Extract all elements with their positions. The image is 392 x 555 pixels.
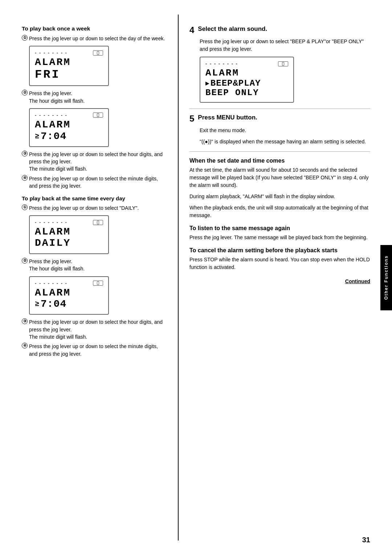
- step5-text2: "((●))" is displayed when the message ha…: [200, 138, 370, 146]
- lcd-beep-play: ▶BEEP&PLAY: [205, 78, 288, 88]
- lcd-dashes: - - - - - - - -: [205, 61, 238, 66]
- lcd-alarm-text: ALARM: [35, 57, 103, 68]
- lcd-top-row: - - - - - - - -: [35, 220, 103, 225]
- section-once-a-week: To play back once a week ① Press the jog…: [22, 25, 167, 189]
- listen-heading: To listen to the same message again: [189, 225, 370, 232]
- lcd-signal-icon: [93, 281, 103, 286]
- side-tab-label: Other Functions: [384, 255, 389, 300]
- lcd-beep-only: BEEP ONLY: [205, 88, 288, 98]
- step-text-2: Press the jog lever. The hour digits wil…: [29, 90, 167, 105]
- step5-heading: Press MENU button.: [198, 114, 257, 121]
- list-item: ② Press the jog lever. The hour digits w…: [22, 90, 167, 105]
- section-every-day: To play back at the same time every day …: [22, 195, 167, 358]
- lcd-fri-text: FRI: [35, 68, 103, 81]
- step5-text1: Exit the menu mode.: [200, 127, 370, 134]
- right-column: 4 Select the alarm sound. Press the jog …: [178, 15, 392, 540]
- divider: [189, 109, 370, 109]
- list-item: ① Press the jog lever up or down to sele…: [22, 204, 167, 212]
- when-para3: When the playback ends, the unit will st…: [189, 204, 370, 219]
- list-item: ④ Press the jog lever up or down to sele…: [22, 175, 167, 190]
- lcd-alarm-beep: ALARM: [205, 68, 288, 78]
- step-text-2b: Press the jog lever. The hour digits wil…: [29, 258, 167, 273]
- step-num-3: ③: [22, 151, 28, 156]
- cancel-section: To cancel the alarm setting before the p…: [189, 247, 370, 271]
- lcd-signal-icon: [93, 113, 103, 118]
- step-text-4b: Press the jog lever up or down to select…: [29, 343, 167, 358]
- step-text-3b: Press the jog lever up or down to select…: [29, 318, 167, 340]
- lcd-dashes: - - - - - - - -: [35, 281, 68, 286]
- list-item: ① Press the jog lever up or down to sele…: [22, 35, 167, 42]
- lcd-top-row: - - - - - - - -: [205, 61, 288, 66]
- lcd-signal-icon: [93, 50, 103, 56]
- when-section: When the set date and time comes At the …: [189, 158, 370, 219]
- lcd-display-time2: - - - - - - - - ALARM ≥7:04: [29, 276, 109, 315]
- cancel-text: Press STOP while the alarm sound is hear…: [189, 256, 370, 271]
- when-para2: During alarm playback, "ALARM" will flas…: [189, 193, 370, 200]
- list-item: ④ Press the jog lever up or down to sele…: [22, 343, 167, 358]
- list-item: ③ Press the jog lever up or down to sele…: [22, 151, 167, 173]
- step-text-4: Press the jog lever up or down to select…: [29, 175, 167, 190]
- step-num-4: ④: [22, 175, 28, 181]
- divider: [189, 151, 370, 152]
- step-4-section: 4 Select the alarm sound. Press the jog …: [189, 25, 370, 103]
- lcd-dashes: - - - - - - - -: [35, 113, 68, 118]
- step-num-2: ②: [22, 90, 28, 95]
- side-tab-container: Other Functions: [380, 0, 392, 555]
- lcd-signal-icon: [93, 220, 103, 225]
- lcd-display-beep: - - - - - - - - ALARM ▶BEEP&PLAY BEEP ON…: [200, 57, 294, 103]
- lcd-alarm-daily: ALARM: [35, 227, 103, 238]
- list-item: ③ Press the jog lever up or down to sele…: [22, 318, 167, 340]
- lcd-dashes: - - - - - - - -: [35, 50, 68, 56]
- step-num-1b: ①: [22, 204, 28, 210]
- lcd-time-text: ≥7:04: [35, 131, 103, 142]
- step-num-2b: ②: [22, 258, 28, 264]
- lcd-display-daily: - - - - - - - - ALARM DAILY: [29, 215, 109, 254]
- continued-label: Continued: [189, 278, 370, 284]
- step4-heading: Select the alarm sound.: [198, 25, 267, 33]
- lcd-daily-text: DAILY: [35, 238, 103, 249]
- step5-content: Exit the menu mode. "((●))" is displayed…: [200, 127, 370, 146]
- left-column: To play back once a week ① Press the jog…: [0, 15, 178, 540]
- lcd-time-text2: ≥7:04: [35, 298, 103, 310]
- triangle-icon: ▶: [205, 79, 210, 87]
- section-once-a-week-heading: To play back once a week: [22, 25, 167, 32]
- side-tab: Other Functions: [380, 245, 392, 310]
- listen-section: To listen to the same message again Pres…: [189, 225, 370, 241]
- cancel-heading: To cancel the alarm setting before the p…: [189, 247, 370, 254]
- when-heading: When the set date and time comes: [189, 158, 370, 164]
- step-5-section: 5 Press MENU button. Exit the menu mode.…: [189, 114, 370, 145]
- lcd-alarm-daily2: ALARM: [35, 287, 103, 299]
- lcd-display-time1: - - - - - - - - ALARM ≥7:04: [29, 108, 109, 147]
- lcd-alarm-text2: ALARM: [35, 119, 103, 131]
- listen-text: Press the jog lever. The same message wi…: [189, 234, 370, 241]
- step4-content: Press the jog lever up or down to select…: [200, 38, 370, 103]
- step-num-1: ①: [22, 35, 28, 41]
- lcd-dashes: - - - - - - - -: [35, 220, 68, 225]
- lcd-top-row: - - - - - - - -: [35, 50, 103, 56]
- step5-header: 5 Press MENU button.: [189, 114, 370, 123]
- lcd-signal-icon: [278, 61, 288, 66]
- step4-text: Press the jog lever up or down to select…: [200, 38, 370, 53]
- section-every-day-heading: To play back at the same time every day: [22, 195, 167, 201]
- lcd-top-row: - - - - - - - -: [35, 281, 103, 286]
- lcd-display-fri: - - - - - - - - ALARM FRI: [29, 46, 109, 86]
- list-item: ② Press the jog lever. The hour digits w…: [22, 258, 167, 273]
- step4-number: 4: [189, 25, 194, 35]
- step-text-1: Press the jog lever up or down to select…: [29, 35, 167, 42]
- step5-number: 5: [189, 114, 194, 123]
- when-para1: At the set time, the alarm will sound fo…: [189, 166, 370, 189]
- page-number: 31: [362, 536, 370, 544]
- step4-header: 4 Select the alarm sound.: [189, 25, 370, 35]
- lcd-top-row: - - - - - - - -: [35, 113, 103, 118]
- step-num-4b: ④: [22, 343, 28, 348]
- step-num-3b: ③: [22, 318, 28, 324]
- step-text-1b: Press the jog lever up or down to select…: [29, 204, 167, 212]
- step-text-3: Press the jog lever up or down to select…: [29, 151, 167, 173]
